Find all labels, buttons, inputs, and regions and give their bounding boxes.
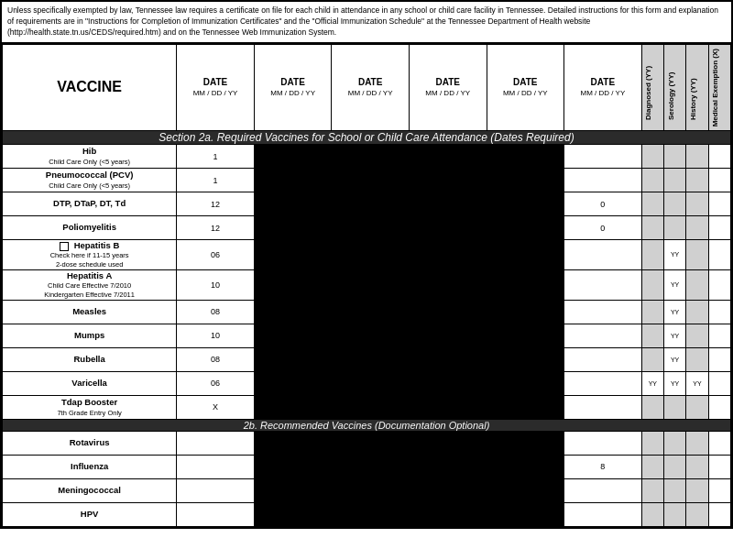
influenza-exemption[interactable] [708, 455, 730, 478]
hib-date-6[interactable] [564, 145, 642, 169]
varicella-date-1[interactable]: 06 [177, 371, 255, 395]
exemption-header: Medical Exemption (X) [708, 44, 730, 130]
hepa-serology-val: YY [671, 281, 679, 288]
hepa-history[interactable] [686, 269, 708, 300]
dtp-diagnosed[interactable] [641, 192, 663, 216]
rubella-history[interactable] [686, 347, 708, 371]
hepa-date-6[interactable] [564, 269, 642, 300]
hepb-date-6[interactable] [564, 240, 642, 270]
rotavirus-history[interactable] [686, 431, 708, 455]
section-2a-suffix: (Dates Required) [490, 131, 574, 144]
tdap-serology[interactable] [663, 395, 685, 419]
rotavirus-serology[interactable] [663, 431, 685, 455]
tdap-diagnosed[interactable] [641, 395, 663, 419]
hib-diagnosed[interactable] [641, 145, 663, 169]
polio-date-6[interactable]: 0 [564, 216, 642, 240]
hpv-diagnosed[interactable] [641, 502, 663, 526]
hepb-serology[interactable]: YY [663, 240, 685, 270]
polio-diagnosed[interactable] [641, 216, 663, 240]
hib-history[interactable] [686, 145, 708, 169]
hib-serology[interactable] [663, 145, 685, 169]
tdap-exemption[interactable] [708, 395, 730, 419]
rotavirus-date-6[interactable] [564, 431, 642, 455]
measles-exemption[interactable] [708, 300, 730, 324]
pcv-serology[interactable] [663, 169, 685, 192]
measles-history[interactable] [686, 300, 708, 324]
measles-date-6[interactable] [564, 300, 642, 324]
hepa-exemption[interactable] [708, 269, 730, 300]
measles-diagnosed[interactable] [641, 300, 663, 324]
pcv-exemption[interactable] [708, 169, 730, 192]
polio-history[interactable] [686, 216, 708, 240]
hib-exemption[interactable] [708, 145, 730, 169]
section-2b-header: 2b. Recommended Vaccines (Documentation … [3, 419, 731, 431]
varicella-date-6[interactable] [564, 371, 642, 395]
hepa-date-1[interactable]: 10 [177, 269, 255, 300]
hepa-serology[interactable]: YY [663, 269, 685, 300]
polio-date-1[interactable]: 12 [177, 216, 255, 240]
hib-date-1[interactable]: 1 [177, 145, 255, 169]
mumps-date-1[interactable]: 10 [177, 324, 255, 347]
pcv-name: Pneumococcal (PCV) Child Care Only (<5 y… [3, 169, 177, 192]
varicella-history[interactable]: YY [686, 371, 708, 395]
varicella-diagnosed[interactable]: YY [641, 371, 663, 395]
mumps-date-6[interactable] [564, 324, 642, 347]
hepa-diagnosed[interactable] [641, 269, 663, 300]
dtp-history[interactable] [686, 192, 708, 216]
hepb-diagnosed[interactable] [641, 240, 663, 270]
mumps-history[interactable] [686, 324, 708, 347]
rubella-date-6[interactable] [564, 347, 642, 371]
mumps-exemption[interactable] [708, 324, 730, 347]
influenza-date-6[interactable]: 8 [564, 455, 642, 478]
varicella-exemption[interactable] [708, 371, 730, 395]
measles-serology[interactable]: YY [663, 300, 685, 324]
rotavirus-date-5-redacted [487, 431, 564, 455]
hpv-history[interactable] [686, 502, 708, 526]
dtp-date-1[interactable]: 12 [177, 192, 255, 216]
pcv-diagnosed[interactable] [641, 169, 663, 192]
meningococcal-serology[interactable] [663, 478, 685, 502]
dtp-date-6[interactable]: 0 [564, 192, 642, 216]
dtp-exemption[interactable] [708, 192, 730, 216]
meningococcal-exemption[interactable] [708, 478, 730, 502]
meningococcal-history[interactable] [686, 478, 708, 502]
hepb-date-1[interactable]: 06 [177, 240, 255, 270]
rotavirus-date-1[interactable] [177, 431, 255, 455]
hpv-serology[interactable] [663, 502, 685, 526]
hepb-checkbox[interactable] [60, 242, 69, 251]
date-col-5-header: DATE MM / DD / YY [487, 44, 564, 130]
dtp-serology[interactable] [663, 192, 685, 216]
mumps-serology[interactable]: YY [663, 324, 685, 347]
tdap-history[interactable] [686, 395, 708, 419]
rubella-serology[interactable]: YY [663, 347, 685, 371]
rotavirus-exemption[interactable] [708, 431, 730, 455]
rubella-date-1[interactable]: 08 [177, 347, 255, 371]
pcv-history[interactable] [686, 169, 708, 192]
hepb-exemption[interactable] [708, 240, 730, 270]
polio-serology[interactable] [663, 216, 685, 240]
mumps-diagnosed[interactable] [641, 324, 663, 347]
meningococcal-diagnosed[interactable] [641, 478, 663, 502]
tdap-date-1[interactable]: X [177, 395, 255, 419]
meningococcal-date-6[interactable] [564, 478, 642, 502]
pcv-date-1[interactable]: 1 [177, 169, 255, 192]
rubella-diagnosed[interactable] [641, 347, 663, 371]
hib-sublabel: Child Care Only (<5 years) [3, 158, 176, 167]
measles-date-1[interactable]: 08 [177, 300, 255, 324]
meningococcal-date-1[interactable] [177, 478, 255, 502]
hpv-date-6[interactable] [564, 502, 642, 526]
rotavirus-diagnosed[interactable] [641, 431, 663, 455]
hepb-history[interactable] [686, 240, 708, 270]
influenza-serology[interactable] [663, 455, 685, 478]
hpv-exemption[interactable] [708, 502, 730, 526]
varicella-serology[interactable]: YY [663, 371, 685, 395]
rubella-exemption[interactable] [708, 347, 730, 371]
influenza-date-1[interactable] [177, 455, 255, 478]
hpv-date-1[interactable] [177, 502, 255, 526]
influenza-history[interactable] [686, 455, 708, 478]
tdap-date-6[interactable] [564, 395, 642, 419]
pcv-date-6[interactable] [564, 169, 642, 192]
tdap-sublabel: 7th Grade Entry Only [3, 409, 176, 418]
polio-exemption[interactable] [708, 216, 730, 240]
influenza-diagnosed[interactable] [641, 455, 663, 478]
